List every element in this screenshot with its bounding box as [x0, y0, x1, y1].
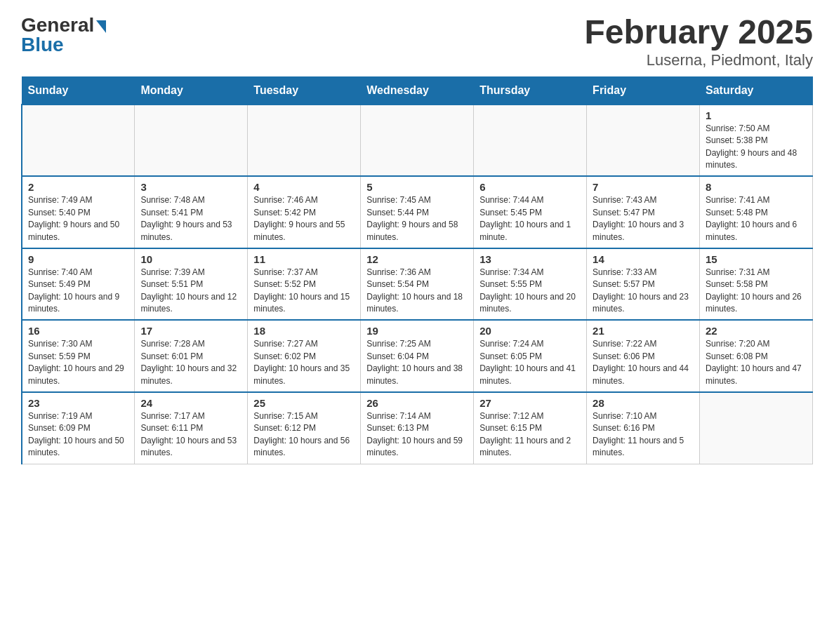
logo-blue-text: Blue: [21, 34, 64, 56]
day-cell: 20Sunrise: 7:24 AM Sunset: 6:05 PM Dayli…: [474, 320, 587, 392]
day-info: Sunrise: 7:49 AM Sunset: 5:40 PM Dayligh…: [28, 195, 119, 241]
day-cell: 16Sunrise: 7:30 AM Sunset: 5:59 PM Dayli…: [22, 320, 135, 392]
day-info: Sunrise: 7:10 AM Sunset: 6:16 PM Dayligh…: [593, 411, 684, 457]
day-cell: 26Sunrise: 7:14 AM Sunset: 6:13 PM Dayli…: [361, 392, 474, 464]
day-cell: 9Sunrise: 7:40 AM Sunset: 5:49 PM Daylig…: [22, 248, 135, 321]
day-cell: 22Sunrise: 7:20 AM Sunset: 6:08 PM Dayli…: [700, 320, 813, 392]
day-cell: 7Sunrise: 7:43 AM Sunset: 5:47 PM Daylig…: [587, 176, 700, 248]
calendar-subtitle: Luserna, Piedmont, Italy: [584, 51, 813, 69]
week-row-3: 9Sunrise: 7:40 AM Sunset: 5:49 PM Daylig…: [22, 248, 813, 321]
day-cell: 5Sunrise: 7:45 AM Sunset: 5:44 PM Daylig…: [361, 176, 474, 248]
day-cell: 6Sunrise: 7:44 AM Sunset: 5:45 PM Daylig…: [474, 176, 587, 248]
day-info: Sunrise: 7:41 AM Sunset: 5:48 PM Dayligh…: [706, 195, 797, 241]
day-info: Sunrise: 7:24 AM Sunset: 6:05 PM Dayligh…: [479, 339, 576, 385]
day-number: 9: [28, 253, 128, 265]
header-cell-monday: Monday: [135, 76, 248, 105]
day-cell: 10Sunrise: 7:39 AM Sunset: 5:51 PM Dayli…: [135, 248, 248, 321]
day-info: Sunrise: 7:12 AM Sunset: 6:15 PM Dayligh…: [479, 411, 571, 457]
day-cell: 25Sunrise: 7:15 AM Sunset: 6:12 PM Dayli…: [248, 392, 361, 464]
day-info: Sunrise: 7:14 AM Sunset: 6:13 PM Dayligh…: [366, 411, 463, 457]
day-cell: 8Sunrise: 7:41 AM Sunset: 5:48 PM Daylig…: [700, 176, 813, 248]
day-number: 21: [593, 325, 694, 337]
day-cell: 11Sunrise: 7:37 AM Sunset: 5:52 PM Dayli…: [248, 248, 361, 321]
day-cell: [474, 105, 587, 177]
day-number: 13: [479, 253, 581, 265]
day-info: Sunrise: 7:28 AM Sunset: 6:01 PM Dayligh…: [140, 339, 237, 385]
day-number: 7: [593, 181, 694, 193]
day-number: 24: [140, 397, 241, 409]
day-cell: 12Sunrise: 7:36 AM Sunset: 5:54 PM Dayli…: [361, 248, 474, 321]
logo: General Blue: [21, 14, 106, 56]
day-info: Sunrise: 7:15 AM Sunset: 6:12 PM Dayligh…: [253, 411, 350, 457]
day-info: Sunrise: 7:39 AM Sunset: 5:51 PM Dayligh…: [140, 267, 237, 314]
calendar-table: SundayMondayTuesdayWednesdayThursdayFrid…: [21, 76, 813, 464]
day-cell: 17Sunrise: 7:28 AM Sunset: 6:01 PM Dayli…: [135, 320, 248, 392]
header-cell-tuesday: Tuesday: [248, 76, 361, 105]
day-number: 19: [366, 325, 468, 337]
week-row-2: 2Sunrise: 7:49 AM Sunset: 5:40 PM Daylig…: [22, 176, 813, 248]
day-number: 8: [706, 181, 807, 193]
day-cell: [248, 105, 361, 177]
day-number: 2: [28, 181, 128, 193]
day-info: Sunrise: 7:36 AM Sunset: 5:54 PM Dayligh…: [366, 267, 463, 314]
day-cell: 24Sunrise: 7:17 AM Sunset: 6:11 PM Dayli…: [135, 392, 248, 464]
header-cell-friday: Friday: [587, 76, 700, 105]
calendar-header: SundayMondayTuesdayWednesdayThursdayFrid…: [22, 76, 813, 105]
day-number: 3: [140, 181, 241, 193]
day-cell: 15Sunrise: 7:31 AM Sunset: 5:58 PM Dayli…: [700, 248, 813, 321]
day-info: Sunrise: 7:27 AM Sunset: 6:02 PM Dayligh…: [253, 339, 350, 385]
day-info: Sunrise: 7:22 AM Sunset: 6:06 PM Dayligh…: [593, 339, 689, 385]
day-cell: [135, 105, 248, 177]
week-row-1: 1Sunrise: 7:50 AM Sunset: 5:38 PM Daylig…: [22, 105, 813, 177]
day-number: 5: [366, 181, 468, 193]
day-number: 14: [593, 253, 694, 265]
day-number: 18: [253, 325, 355, 337]
day-number: 6: [479, 181, 581, 193]
calendar-body: 1Sunrise: 7:50 AM Sunset: 5:38 PM Daylig…: [22, 105, 813, 464]
day-info: Sunrise: 7:37 AM Sunset: 5:52 PM Dayligh…: [253, 267, 350, 314]
day-cell: 3Sunrise: 7:48 AM Sunset: 5:41 PM Daylig…: [135, 176, 248, 248]
week-row-4: 16Sunrise: 7:30 AM Sunset: 5:59 PM Dayli…: [22, 320, 813, 392]
day-info: Sunrise: 7:20 AM Sunset: 6:08 PM Dayligh…: [706, 339, 802, 385]
day-number: 12: [366, 253, 468, 265]
day-number: 23: [28, 397, 128, 409]
day-cell: 1Sunrise: 7:50 AM Sunset: 5:38 PM Daylig…: [700, 105, 813, 177]
day-number: 10: [140, 253, 241, 265]
day-info: Sunrise: 7:19 AM Sunset: 6:09 PM Dayligh…: [28, 411, 124, 457]
header-cell-wednesday: Wednesday: [361, 76, 474, 105]
week-row-5: 23Sunrise: 7:19 AM Sunset: 6:09 PM Dayli…: [22, 392, 813, 464]
day-number: 28: [593, 397, 694, 409]
day-number: 27: [479, 397, 581, 409]
day-number: 16: [28, 325, 128, 337]
day-cell: [587, 105, 700, 177]
day-number: 22: [706, 325, 807, 337]
day-cell: 27Sunrise: 7:12 AM Sunset: 6:15 PM Dayli…: [474, 392, 587, 464]
day-number: 11: [253, 253, 355, 265]
day-number: 25: [253, 397, 355, 409]
header-cell-saturday: Saturday: [700, 76, 813, 105]
day-cell: 19Sunrise: 7:25 AM Sunset: 6:04 PM Dayli…: [361, 320, 474, 392]
day-number: 17: [140, 325, 241, 337]
day-info: Sunrise: 7:48 AM Sunset: 5:41 PM Dayligh…: [140, 195, 232, 241]
day-cell: 18Sunrise: 7:27 AM Sunset: 6:02 PM Dayli…: [248, 320, 361, 392]
page-header: General Blue February 2025 Luserna, Pied…: [21, 14, 813, 69]
day-number: 1: [706, 109, 807, 121]
day-number: 26: [366, 397, 468, 409]
day-cell: 14Sunrise: 7:33 AM Sunset: 5:57 PM Dayli…: [587, 248, 700, 321]
header-row: SundayMondayTuesdayWednesdayThursdayFrid…: [22, 76, 813, 105]
day-info: Sunrise: 7:17 AM Sunset: 6:11 PM Dayligh…: [140, 411, 237, 457]
day-info: Sunrise: 7:34 AM Sunset: 5:55 PM Dayligh…: [479, 267, 576, 314]
day-info: Sunrise: 7:45 AM Sunset: 5:44 PM Dayligh…: [366, 195, 458, 241]
logo-arrow-icon: [96, 20, 106, 33]
day-cell: 23Sunrise: 7:19 AM Sunset: 6:09 PM Dayli…: [22, 392, 135, 464]
day-info: Sunrise: 7:43 AM Sunset: 5:47 PM Dayligh…: [593, 195, 684, 241]
day-cell: [22, 105, 135, 177]
day-cell: 13Sunrise: 7:34 AM Sunset: 5:55 PM Dayli…: [474, 248, 587, 321]
day-info: Sunrise: 7:44 AM Sunset: 5:45 PM Dayligh…: [479, 195, 571, 241]
day-info: Sunrise: 7:50 AM Sunset: 5:38 PM Dayligh…: [706, 123, 797, 170]
day-info: Sunrise: 7:31 AM Sunset: 5:58 PM Dayligh…: [706, 267, 802, 314]
day-cell: [361, 105, 474, 177]
day-cell: 4Sunrise: 7:46 AM Sunset: 5:42 PM Daylig…: [248, 176, 361, 248]
day-info: Sunrise: 7:40 AM Sunset: 5:49 PM Dayligh…: [28, 267, 119, 314]
day-cell: 21Sunrise: 7:22 AM Sunset: 6:06 PM Dayli…: [587, 320, 700, 392]
